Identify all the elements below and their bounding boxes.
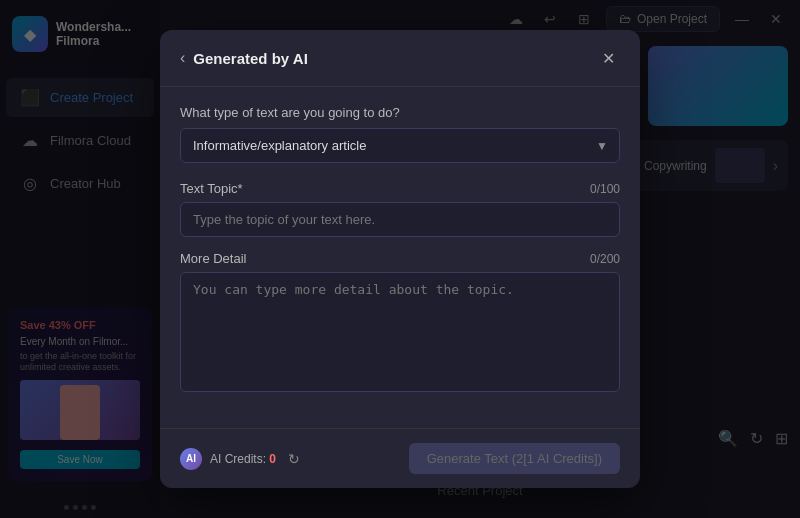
more-detail-textarea[interactable] xyxy=(180,272,620,392)
text-topic-counter: 0/100 xyxy=(590,182,620,196)
more-detail-label: More Detail xyxy=(180,251,246,266)
generate-button[interactable]: Generate Text (2[1 AI Credits]) xyxy=(409,443,620,474)
modal-body: What type of text are you going to do? I… xyxy=(160,87,640,428)
modal-footer: AI AI Credits: 0 ↻ Generate Text (2[1 AI… xyxy=(160,428,640,488)
modal-back-icon[interactable]: ‹ xyxy=(180,49,185,67)
more-detail-header: More Detail 0/200 xyxy=(180,251,620,266)
credits-refresh-icon[interactable]: ↻ xyxy=(288,451,300,467)
text-topic-input[interactable] xyxy=(180,202,620,237)
text-topic-label: Text Topic* xyxy=(180,181,243,196)
more-detail-section: More Detail 0/200 xyxy=(180,251,620,396)
modal-header-left: ‹ Generated by AI xyxy=(180,49,308,67)
credits-count: 0 xyxy=(269,452,276,466)
modal-header: ‹ Generated by AI ✕ xyxy=(160,30,640,87)
more-detail-counter: 0/200 xyxy=(590,252,620,266)
type-select-wrapper: Informative/explanatory articleBlog post… xyxy=(180,128,620,163)
modal-overlay: ‹ Generated by AI ✕ What type of text ar… xyxy=(0,0,800,518)
text-topic-header: Text Topic* 0/100 xyxy=(180,181,620,196)
modal-title: Generated by AI xyxy=(193,50,307,67)
ai-logo-icon: AI xyxy=(180,448,202,470)
modal-close-icon[interactable]: ✕ xyxy=(596,46,620,70)
ai-credits: AI AI Credits: 0 ↻ xyxy=(180,448,300,470)
credits-text: AI Credits: 0 xyxy=(210,452,276,466)
text-topic-section: Text Topic* 0/100 xyxy=(180,181,620,237)
ai-modal: ‹ Generated by AI ✕ What type of text ar… xyxy=(160,30,640,488)
type-select[interactable]: Informative/explanatory articleBlog post… xyxy=(180,128,620,163)
type-question-label: What type of text are you going to do? xyxy=(180,105,620,120)
